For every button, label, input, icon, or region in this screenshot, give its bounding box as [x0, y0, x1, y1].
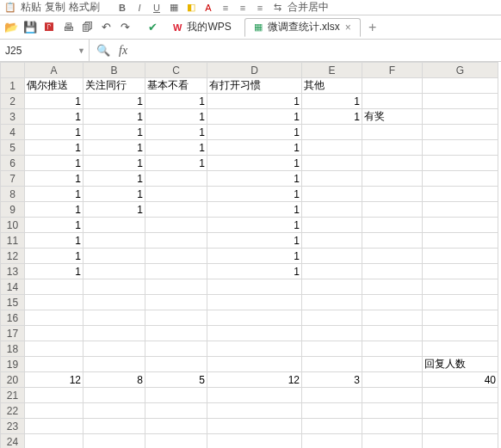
cell-D6[interactable]: 1	[207, 156, 302, 171]
row-header-7[interactable]: 7	[1, 171, 25, 187]
copy-label[interactable]: 复制	[45, 0, 65, 15]
paste-icon[interactable]: 📋	[3, 1, 17, 15]
cell-E2[interactable]: 1	[302, 94, 362, 109]
cell-G16[interactable]	[423, 310, 498, 326]
cell-D16[interactable]	[207, 310, 302, 326]
cell-B2[interactable]: 1	[84, 94, 145, 109]
cell-A1[interactable]: 偶尔推送	[25, 78, 84, 94]
cell-F19[interactable]	[362, 357, 423, 372]
column-header-E[interactable]: E	[302, 63, 362, 78]
cell-C17[interactable]	[145, 326, 207, 341]
cell-C7[interactable]	[145, 171, 207, 187]
cell-B16[interactable]	[84, 310, 145, 326]
cell-F12[interactable]	[362, 249, 423, 264]
cell-B18[interactable]	[84, 341, 145, 357]
cell-F2[interactable]	[362, 94, 423, 109]
italic-icon[interactable]: I	[133, 1, 146, 15]
cell-B6[interactable]: 1	[84, 156, 145, 171]
cell-G22[interactable]	[423, 403, 498, 419]
cell-D19[interactable]	[207, 357, 302, 372]
cell-E8[interactable]	[302, 187, 362, 202]
cell-D1[interactable]: 有打开习惯	[207, 78, 302, 94]
cell-A10[interactable]: 1	[25, 218, 84, 233]
merge-cells-icon[interactable]: ⇆	[270, 1, 284, 15]
cell-D17[interactable]	[207, 326, 302, 341]
cell-G21[interactable]	[423, 388, 498, 403]
row-header-14[interactable]: 14	[1, 279, 25, 295]
cell-E1[interactable]: 其他	[302, 78, 362, 94]
cell-B3[interactable]: 1	[84, 109, 145, 125]
cell-F3[interactable]: 有奖	[362, 109, 423, 125]
cell-B11[interactable]	[84, 233, 145, 249]
cell-F22[interactable]	[362, 403, 423, 419]
print-icon[interactable]: 🖶	[60, 20, 76, 35]
cell-G2[interactable]	[423, 94, 498, 109]
cell-C11[interactable]	[145, 233, 207, 249]
cell-B23[interactable]	[84, 419, 145, 434]
cell-C6[interactable]: 1	[145, 156, 207, 171]
cell-D14[interactable]	[207, 279, 302, 295]
cell-E22[interactable]	[302, 403, 362, 419]
cell-A21[interactable]	[25, 388, 84, 403]
cell-A2[interactable]: 1	[25, 94, 84, 109]
cell-C2[interactable]: 1	[145, 94, 207, 109]
cell-F5[interactable]	[362, 140, 423, 156]
close-icon[interactable]: ×	[345, 21, 351, 34]
cell-B12[interactable]	[84, 249, 145, 264]
cell-B22[interactable]	[84, 403, 145, 419]
cell-F20[interactable]	[362, 372, 423, 388]
cell-F24[interactable]	[362, 434, 423, 449]
fill-color-icon[interactable]: ◧	[184, 1, 198, 15]
cell-F8[interactable]	[362, 187, 423, 202]
cell-F11[interactable]	[362, 233, 423, 249]
cell-D24[interactable]	[207, 434, 302, 449]
cell-G3[interactable]	[423, 109, 498, 125]
cell-A18[interactable]	[25, 341, 84, 357]
tab-my-wps[interactable]: W 我的WPS	[164, 18, 241, 37]
cell-B24[interactable]	[84, 434, 145, 449]
row-header-22[interactable]: 22	[1, 403, 25, 419]
cell-E21[interactable]	[302, 388, 362, 403]
tab-document[interactable]: ▦ 微调查统计.xlsx ×	[244, 18, 361, 37]
cell-D20[interactable]: 12	[207, 372, 302, 388]
row-header-18[interactable]: 18	[1, 341, 25, 357]
cell-A15[interactable]	[25, 295, 84, 310]
cell-A4[interactable]: 1	[25, 125, 84, 140]
cell-E24[interactable]	[302, 434, 362, 449]
cell-B13[interactable]	[84, 264, 145, 279]
chevron-down-icon[interactable]: ▼	[77, 46, 85, 55]
cell-E23[interactable]	[302, 419, 362, 434]
row-header-5[interactable]: 5	[1, 140, 25, 156]
cell-E9[interactable]	[302, 202, 362, 218]
cell-A19[interactable]	[25, 357, 84, 372]
cell-C18[interactable]	[145, 341, 207, 357]
cell-E14[interactable]	[302, 279, 362, 295]
cell-C9[interactable]	[145, 202, 207, 218]
select-all-corner[interactable]	[1, 63, 25, 78]
row-header-12[interactable]: 12	[1, 249, 25, 264]
cell-G1[interactable]	[423, 78, 498, 94]
cell-C8[interactable]	[145, 187, 207, 202]
cell-A16[interactable]	[25, 310, 84, 326]
cell-B15[interactable]	[84, 295, 145, 310]
cell-D18[interactable]	[207, 341, 302, 357]
cell-D10[interactable]: 1	[207, 218, 302, 233]
cell-A14[interactable]	[25, 279, 84, 295]
cell-G9[interactable]	[423, 202, 498, 218]
cell-E5[interactable]	[302, 140, 362, 156]
cell-F4[interactable]	[362, 125, 423, 140]
cell-D8[interactable]: 1	[207, 187, 302, 202]
cell-C5[interactable]: 1	[145, 140, 207, 156]
cell-E10[interactable]	[302, 218, 362, 233]
row-header-10[interactable]: 10	[1, 218, 25, 233]
cell-A17[interactable]	[25, 326, 84, 341]
column-header-D[interactable]: D	[207, 63, 302, 78]
cell-G13[interactable]	[423, 264, 498, 279]
cell-G19[interactable]: 回复人数	[423, 357, 498, 372]
cell-A24[interactable]	[25, 434, 84, 449]
cell-D2[interactable]: 1	[207, 94, 302, 109]
cell-B4[interactable]: 1	[84, 125, 145, 140]
cell-A6[interactable]: 1	[25, 156, 84, 171]
cell-C1[interactable]: 基本不看	[145, 78, 207, 94]
new-tab-button[interactable]: +	[364, 19, 381, 36]
